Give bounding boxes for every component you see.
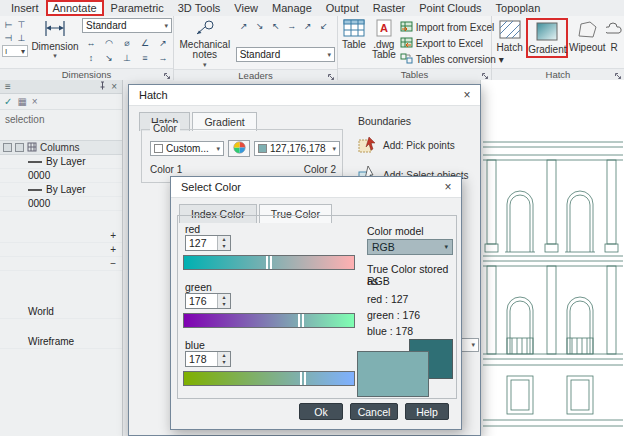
color-picker-button[interactable] [228, 140, 250, 157]
select-color-titlebar[interactable]: Select Color × [171, 177, 461, 198]
linear-dimension-icon[interactable]: ↔ [82, 35, 100, 50]
tab-raster[interactable]: Raster [366, 1, 412, 15]
property-value[interactable]: World [28, 306, 54, 317]
green-spin-up-icon[interactable]: ▴ [218, 294, 230, 301]
red-spin-down-icon[interactable]: ▾ [218, 243, 230, 250]
blue-spinner[interactable]: 178 ▴ ▾ [185, 351, 231, 367]
import-from-excel-button[interactable]: Import from Excel [400, 20, 504, 35]
property-row[interactable]: 0000 [0, 197, 122, 211]
drawing-canvas[interactable] [480, 80, 624, 436]
dimension-style-combo[interactable]: Standard ▾ [82, 18, 172, 33]
leader-icon-4[interactable]: → [284, 18, 300, 33]
leader-style-combo[interactable]: Standard ▾ [236, 47, 335, 62]
select-all-icon[interactable]: ✓ [4, 96, 12, 107]
ordinate-dimension-icon[interactable]: ⊥ [118, 50, 136, 65]
continue-dimension-icon[interactable]: → [154, 50, 172, 65]
collapse-icon[interactable]: − [110, 258, 116, 269]
wipeout-button[interactable]: Wipeout [569, 18, 605, 54]
tables-conversion-button[interactable]: Tables conversion ▾ [400, 52, 504, 67]
leader-icon-1[interactable]: ↗ [236, 18, 252, 33]
dim-tool-icon-b[interactable]: ⊤ [15, 18, 28, 31]
property-value[interactable]: Wireframe [28, 336, 74, 347]
arc-length-dimension-icon[interactable]: ◠ [100, 35, 118, 50]
angular-dimension-icon[interactable]: ∠ [136, 35, 154, 50]
quick-select-icon[interactable]: ▦ [17, 96, 26, 107]
expand-icon[interactable]: + [110, 230, 116, 241]
expand-section-button[interactable]: + [0, 229, 122, 243]
color2-combo[interactable]: 127,176,178 ▾ [254, 141, 340, 156]
aligned-dimension-icon[interactable]: ↗ [154, 35, 172, 50]
red-value[interactable]: 127 [186, 236, 217, 250]
leader-icon-3[interactable]: ↖ [268, 18, 284, 33]
table-button[interactable]: Table [340, 18, 368, 51]
property-value[interactable]: 0000 [28, 198, 50, 209]
tab-annotate[interactable]: Annotate [46, 0, 104, 16]
dialog-launcher-icon[interactable] [614, 71, 622, 82]
tab-point-clouds[interactable]: Point Clouds [412, 1, 488, 15]
tab-output[interactable]: Output [319, 1, 366, 15]
tab-insert[interactable]: Insert [4, 1, 46, 15]
dim-tool-icon-a[interactable]: ⊢ [2, 18, 15, 31]
red-spin-up-icon[interactable]: ▴ [218, 236, 230, 243]
color1-combo[interactable]: Custom... ▾ [150, 141, 224, 156]
mechanical-notes-button[interactable]: Mechanical notes ▾ [176, 18, 234, 69]
property-row[interactable]: By Layer [0, 155, 122, 169]
deselect-icon[interactable]: × [32, 96, 38, 107]
collapse-section-button[interactable]: − [0, 257, 122, 271]
tab-3d-tools[interactable]: 3D Tools [171, 1, 228, 15]
leader-icon-2[interactable]: ↘ [252, 18, 268, 33]
dim-tool-icon-d[interactable]: ⊥ [15, 31, 28, 44]
hatch-button[interactable]: Hatch [494, 18, 525, 54]
property-row[interactable]: 0000 [0, 169, 122, 183]
expand-icon[interactable]: + [110, 244, 116, 255]
expand-section-button[interactable]: + [0, 243, 122, 257]
diameter-dimension-icon[interactable]: ⌀ [118, 35, 136, 50]
baseline-dimension-icon[interactable]: ≡ [136, 50, 154, 65]
blue-slider[interactable] [183, 371, 355, 386]
property-value[interactable]: By Layer [46, 156, 85, 167]
property-row-ucs[interactable]: World [0, 305, 122, 319]
cancel-button[interactable]: Cancel [350, 403, 398, 420]
help-button[interactable]: Help [405, 403, 449, 420]
green-spin-down-icon[interactable]: ▾ [218, 301, 230, 308]
red-slider-marker[interactable] [266, 256, 272, 269]
color-model-combo[interactable]: RGB ▾ [367, 239, 453, 255]
leader-icon-6[interactable]: ↙ [316, 18, 332, 33]
green-value[interactable]: 176 [186, 294, 217, 308]
property-value[interactable]: 0000 [28, 170, 50, 181]
tab-parametric[interactable]: Parametric [104, 1, 171, 15]
palette-close-icon[interactable]: × [109, 81, 119, 92]
blue-spin-down-icon[interactable]: ▾ [218, 359, 230, 366]
dim-tool-icon-c[interactable]: ⊣ [2, 31, 15, 44]
green-slider-marker[interactable] [298, 314, 304, 327]
red-slider[interactable] [183, 255, 355, 270]
green-slider[interactable] [183, 313, 355, 328]
jogged-dimension-icon[interactable]: ↘ [100, 50, 118, 65]
blue-value[interactable]: 178 [186, 352, 217, 366]
ok-button[interactable]: Ok [299, 403, 343, 420]
add-pick-points-button[interactable]: Add: Pick points [358, 135, 455, 156]
tab-manage[interactable]: Manage [265, 1, 319, 15]
dimension-button[interactable]: Dimension ▾ [30, 18, 80, 60]
vertical-dimension-icon[interactable]: ↕ [82, 50, 100, 65]
hatch-dialog-titlebar[interactable]: Hatch × [129, 85, 480, 106]
dialog-launcher-icon[interactable] [163, 71, 171, 82]
close-icon[interactable]: × [454, 88, 480, 102]
property-row[interactable]: By Layer [0, 183, 122, 197]
dialog-launcher-icon[interactable] [481, 71, 489, 82]
property-row-visual-style[interactable]: Wireframe [0, 335, 122, 349]
green-spinner[interactable]: 176 ▴ ▾ [185, 293, 231, 309]
pin-icon[interactable] [96, 81, 109, 92]
red-spinner[interactable]: 127 ▴ ▾ [185, 235, 231, 251]
tab-topoplan[interactable]: Topoplan [489, 1, 548, 15]
blue-slider-marker[interactable] [300, 372, 306, 385]
export-to-excel-button[interactable]: Export to Excel [400, 36, 504, 51]
blue-spin-up-icon[interactable]: ▴ [218, 352, 230, 359]
close-icon[interactable]: × [435, 180, 461, 194]
text-style-mini-combo[interactable]: I ▾ [2, 45, 28, 57]
tab-view[interactable]: View [227, 1, 265, 15]
dwg-table-button[interactable]: A .dwg Table [370, 18, 398, 62]
palette-group-header[interactable]: Columns [0, 140, 122, 155]
gradient-button[interactable]: Gradient [526, 18, 568, 58]
dialog-launcher-icon[interactable] [327, 72, 335, 83]
